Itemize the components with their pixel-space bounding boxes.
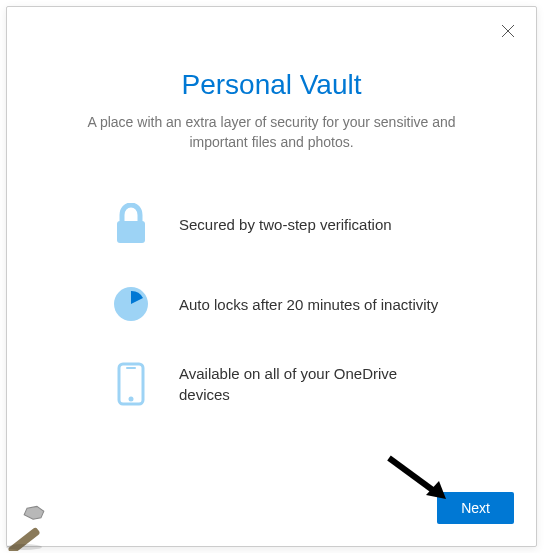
dialog-content: Personal Vault A place with an extra lay… [7, 7, 536, 408]
phone-icon [107, 360, 155, 408]
feature-row: Auto locks after 20 minutes of inactivit… [107, 280, 446, 328]
feature-text: Secured by two-step verification [179, 214, 392, 235]
lock-icon [107, 200, 155, 248]
close-button[interactable] [496, 19, 520, 43]
feature-row: Secured by two-step verification [107, 200, 446, 248]
feature-text: Available on all of your OneDrive device… [179, 363, 446, 405]
feature-list: Secured by two-step verification Auto lo… [57, 200, 486, 408]
svg-point-5 [129, 397, 134, 402]
dialog-subtitle: A place with an extra layer of security … [57, 113, 486, 152]
dialog-title: Personal Vault [57, 69, 486, 101]
svg-rect-2 [117, 221, 145, 243]
feature-row: Available on all of your OneDrive device… [107, 360, 446, 408]
feature-text: Auto locks after 20 minutes of inactivit… [179, 294, 438, 315]
next-button[interactable]: Next [437, 492, 514, 524]
close-icon [501, 24, 515, 38]
clock-icon [107, 280, 155, 328]
personal-vault-dialog: Personal Vault A place with an extra lay… [6, 6, 537, 547]
